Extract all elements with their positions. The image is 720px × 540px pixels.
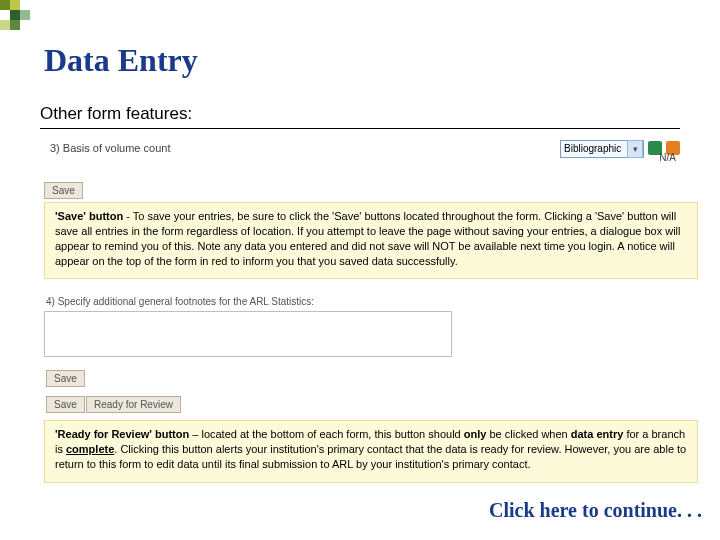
continue-link[interactable]: Click here to continue. . . [489, 499, 702, 522]
title-divider [40, 128, 680, 129]
page-subtitle: Other form features: [40, 104, 192, 124]
footnotes-textarea[interactable] [44, 311, 452, 357]
chevron-down-icon[interactable]: ▾ [627, 140, 643, 158]
save-button-label: Save [46, 370, 85, 387]
save-button-bottom[interactable]: Save [46, 394, 85, 413]
save-button-mid[interactable]: Save [46, 368, 85, 387]
page-title: Data Entry [44, 42, 198, 79]
save-note-lead: 'Save' button [55, 210, 123, 222]
save-note-box: 'Save' button - To save your entries, be… [44, 202, 698, 279]
ready-button-label: Ready for Review [86, 396, 181, 413]
save-button-top[interactable]: Save [44, 180, 83, 199]
question-4-label: 4) Specify additional general footnotes … [46, 296, 452, 307]
question-3-label: 3) Basis of volume count [50, 142, 170, 154]
ready-for-review-button[interactable]: Ready for Review [86, 394, 181, 413]
question-3-row: 3) Basis of volume count Bibliographic ▾… [44, 138, 698, 164]
save-note-body: - To save your entries, be sure to click… [55, 210, 681, 267]
question-4-row: 4) Specify additional general footnotes … [44, 294, 452, 357]
ready-note-lead: 'Ready for Review' button [55, 428, 189, 440]
logo-mark [0, 0, 34, 34]
na-label: N/A [659, 152, 676, 163]
save-button-label: Save [46, 396, 85, 413]
ready-note-box: 'Ready for Review' button – located at t… [44, 420, 698, 483]
save-button-label: Save [44, 182, 83, 199]
